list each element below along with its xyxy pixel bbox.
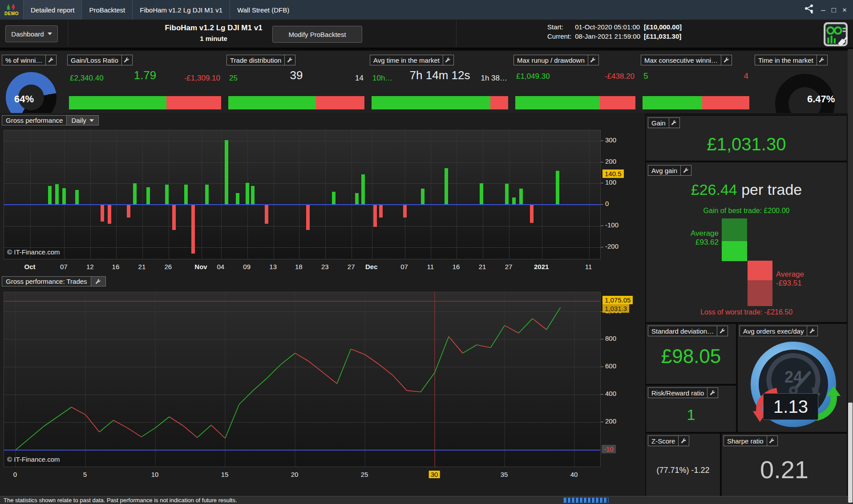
- gridline-vertical: [221, 130, 222, 259]
- avg-win-label: Average£93.62: [664, 229, 719, 247]
- wrench-icon[interactable]: [680, 165, 691, 175]
- minimize-button[interactable]: –: [821, 6, 825, 14]
- avg-time-bar: [372, 96, 508, 109]
- period-value: Daily: [71, 117, 86, 124]
- y-tick-label: 600: [605, 362, 616, 370]
- max-consecutive-losses: 4: [744, 71, 748, 81]
- y-tick-mark: [601, 226, 603, 226]
- daily-bar: [146, 187, 150, 205]
- period-dropdown[interactable]: Daily: [67, 115, 98, 125]
- daily-bar: [530, 205, 534, 223]
- tab-detailed-report[interactable]: Detailed report: [23, 0, 81, 20]
- daily-plot[interactable]: [4, 130, 601, 259]
- wrench-icon[interactable]: [707, 388, 718, 398]
- min-time-in-market: 1h 38…: [481, 74, 507, 83]
- gridline-horizontal: [4, 226, 600, 226]
- disclaimer-text: The statistics shown relate to past data…: [4, 497, 237, 504]
- y-tick-mark: [601, 339, 603, 339]
- stat-title: Time in the market: [755, 55, 817, 65]
- daily-chart-title: Gross performance: [2, 115, 67, 125]
- daily-bar: [75, 190, 79, 205]
- panel-title: Avg orders exec/day: [740, 326, 807, 336]
- daily-bar: [445, 168, 448, 205]
- stat-panel-trade-distribution: Trade distribution 25 39 14: [225, 51, 368, 113]
- x-tick-label: 26: [164, 263, 172, 270]
- daily-bar: [512, 198, 516, 205]
- max-runup-value: £1,049.30: [516, 72, 550, 81]
- dashboard-dropdown[interactable]: Dashboard: [5, 25, 58, 42]
- trades-chart-header: Gross performance: Trades: [2, 276, 106, 286]
- x-tick-label: 20: [291, 471, 299, 478]
- avg-loss-block: [748, 261, 772, 280]
- wrench-icon[interactable]: [91, 276, 106, 286]
- daily-bar: [55, 184, 59, 205]
- wrench-icon[interactable]: [717, 326, 728, 336]
- standard-deviation-panel: Standard deviation… £98.05: [645, 323, 737, 385]
- scrollbar-thumb[interactable]: [848, 403, 853, 503]
- app-logo: DEMO: [0, 0, 23, 20]
- daily-yaxis: 3002001000-100-200140.5: [601, 130, 643, 259]
- daily-bar: [62, 188, 66, 205]
- gridline-vertical: [372, 130, 372, 259]
- wrench-icon[interactable]: [45, 55, 56, 65]
- start-label: Start:: [547, 23, 571, 31]
- standard-deviation-value: £98.05: [646, 345, 736, 367]
- best-to-avg-win-block: [722, 218, 747, 241]
- panel-title: Avg gain: [648, 165, 680, 175]
- z-score-panel: Z-Score (77.71%) -1.22: [645, 433, 721, 498]
- y-tick-label: 100: [605, 178, 616, 186]
- sharpe-ratio-panel: Sharpe ratio 0.21: [721, 433, 848, 498]
- tab-strategy[interactable]: FiboHam v1.2 Lg DJI M1 v1: [132, 0, 230, 20]
- panel-title: Standard deviation…: [648, 326, 717, 336]
- x-tick-label: Dec: [365, 263, 378, 270]
- vertical-scrollbar[interactable]: [848, 49, 853, 504]
- wrench-icon[interactable]: [807, 326, 817, 336]
- detailed-report-window: DEMO Detailed report ProBacktest FiboHam…: [0, 0, 853, 504]
- wrench-icon[interactable]: [678, 436, 689, 446]
- demo-badge: DEMO: [4, 11, 19, 16]
- avg-orders-panel: Avg orders exec/day 24 1.13: [737, 323, 848, 433]
- daily-xaxis: Oct0712162126Nov040913182327Dec071116212…: [4, 260, 601, 274]
- gridline-vertical: [405, 130, 405, 259]
- share-icon[interactable]: [804, 4, 815, 16]
- wrench-icon[interactable]: [443, 55, 453, 65]
- daily-bar: [421, 189, 424, 205]
- maximize-button[interactable]: □: [832, 6, 836, 14]
- y-tick-label: 400: [605, 390, 616, 397]
- report-settings-icon[interactable]: [823, 22, 848, 47]
- wrench-icon[interactable]: [121, 55, 132, 65]
- daily-bar: [556, 171, 559, 205]
- wrench-icon[interactable]: [767, 436, 777, 446]
- x-tick-label: 5: [83, 471, 87, 478]
- max-consecutive-wins: 5: [643, 71, 648, 81]
- dashboard-label: Dashboard: [11, 30, 44, 38]
- wrench-icon[interactable]: [721, 55, 732, 65]
- watermark: © IT-Finance.com: [7, 456, 60, 463]
- x-tick-label: 11: [585, 263, 592, 270]
- strategy-timeframe: 1 minute: [133, 34, 294, 44]
- tab-instrument[interactable]: Wall Street (DFB): [230, 0, 296, 20]
- wrench-icon[interactable]: [284, 55, 295, 65]
- wrench-icon[interactable]: [817, 55, 827, 65]
- daily-bar: [361, 174, 365, 205]
- avg-loss-label: Average-£93.51: [776, 270, 804, 288]
- max-value-label: 1,075.05: [602, 296, 633, 304]
- stat-panel-max-runup-drawdown: Max runup / drawdown £1,049.30 -£438.20: [512, 51, 639, 113]
- trade-distribution-bar: [228, 96, 364, 109]
- current-capital: [£11,031.30]: [644, 32, 682, 40]
- stat-title: % of winni…: [2, 55, 45, 65]
- close-button[interactable]: ×: [842, 6, 847, 14]
- best-trade-label: Gain of best trade: £200.00: [646, 207, 847, 215]
- wrench-icon[interactable]: [588, 55, 598, 65]
- x-tick-label: 21: [479, 263, 486, 270]
- modify-probacktest-button[interactable]: Modify ProBacktest: [272, 26, 362, 43]
- daily-bar: [191, 205, 195, 254]
- tab-probacktest[interactable]: ProBacktest: [81, 0, 132, 20]
- trades-plot[interactable]: [4, 292, 601, 467]
- chevron-down-icon: [48, 32, 52, 35]
- stat-title: Max consecutive winni…: [641, 55, 721, 65]
- toolbar-separator: [456, 20, 457, 47]
- x-tick-label: 27: [505, 263, 513, 270]
- daily-bar: [505, 184, 509, 205]
- wrench-icon[interactable]: [669, 118, 679, 128]
